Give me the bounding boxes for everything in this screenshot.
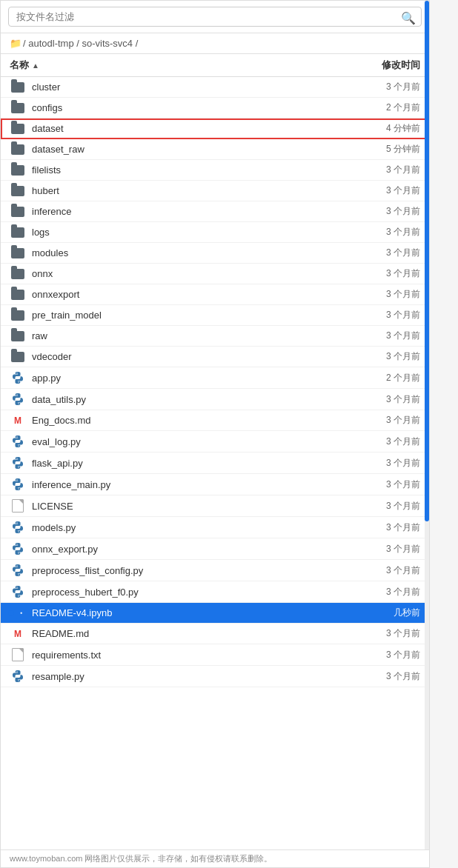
file-time: 3 个月前 [346,670,420,683]
file-type-icon [10,124,26,134]
file-type-icon: M [10,415,26,426]
file-type-icon: M [10,629,26,639]
list-item[interactable]: onnx 3 个月前 [1,264,429,284]
file-panel: 🔍 📁 / autodl-tmp / so-vits-svc4 / 名称 ▲ 修… [0,0,430,868]
file-name: models.py [32,522,346,533]
file-type-icon [10,165,26,176]
list-item[interactable]: logs 3 个月前 [1,222,429,243]
file-name: flask_api.py [32,458,346,469]
file-time: 3 个月前 [346,627,420,640]
list-item[interactable]: inference 3 个月前 [1,201,429,222]
search-bar: 🔍 [1,1,429,33]
list-item[interactable]: modules 3 个月前 [1,243,429,264]
file-name: README.md [32,628,346,639]
list-item[interactable]: requirements.txt 3 个月前 [1,644,429,666]
file-name: onnx_export.py [32,544,346,555]
status-text: www.toymoban.com 网络图片仅供展示，非存储，如有侵权请联系删除。 [10,854,272,863]
file-type-icon [10,521,26,534]
file-name: dataset [32,123,346,134]
time-label: 修改时间 [382,59,420,70]
file-name: filelists [32,164,346,176]
list-item[interactable]: M README.md 3 个月前 [1,624,429,644]
list-item[interactable]: filelists 3 个月前 [1,160,429,181]
breadcrumb: 📁 / autodl-tmp / so-vits-svc4 / [1,33,429,54]
list-item[interactable]: models.py 3 个月前 [1,517,429,538]
file-name: cluster [32,81,346,93]
list-item[interactable]: onnx_export.py 3 个月前 [1,538,429,560]
file-time: 3 个月前 [346,309,420,321]
file-type-icon [10,331,26,341]
file-name: resample.py [32,671,346,682]
file-name: hubert [32,185,346,196]
file-name: inference_main.py [32,479,346,490]
file-type-icon [10,648,26,661]
file-type-icon [10,371,26,384]
list-item[interactable]: resample.py 3 个月前 [1,666,429,687]
scrollbar-thumb[interactable] [425,1,429,521]
file-time: 2 个月前 [346,372,420,384]
list-item[interactable]: M Eng_docs.md 3 个月前 [1,410,429,431]
file-type-icon [10,269,26,279]
file-type-icon [10,456,26,470]
name-label: 名称 [10,59,29,72]
list-item[interactable]: app.py 2 个月前 [1,367,429,389]
list-item[interactable]: ▪ README-v4.ipynb 几秒前 [1,603,429,624]
list-item[interactable]: configs 2 个月前 [1,98,429,118]
file-name: modules [32,247,346,258]
table-header: 名称 ▲ 修改时间 [1,54,429,77]
list-item[interactable]: onnxexport 3 个月前 [1,284,429,305]
list-item[interactable]: dataset_raw 5 分钟前 [1,139,429,160]
file-time: 3 个月前 [346,288,420,301]
file-type-icon [10,290,26,300]
file-time: 3 个月前 [346,226,420,238]
file-name: configs [32,102,346,113]
file-time: 3 个月前 [346,564,420,577]
list-item[interactable]: LICENSE 3 个月前 [1,495,429,517]
file-type-icon [10,564,26,577]
file-name: pre_train_model [32,310,346,321]
status-bar: www.toymoban.com 网络图片仅供展示，非存储，如有侵权请联系删除。 [1,849,429,867]
list-item[interactable]: vdecoder 3 个月前 [1,347,429,367]
list-item[interactable]: raw 3 个月前 [1,326,429,347]
file-type-icon [10,499,26,513]
file-time: 3 个月前 [346,393,420,406]
list-item[interactable]: data_utils.py 3 个月前 [1,389,429,410]
file-time: 3 个月前 [346,414,420,427]
file-name: data_utils.py [32,394,346,405]
file-time: 3 个月前 [346,184,420,197]
file-list: cluster 3 个月前 configs 2 个月前 dataset 4 分钟… [1,77,429,862]
file-name: README-v4.ipynb [32,607,346,618]
search-icon[interactable]: 🔍 [401,11,416,25]
file-time: 4 分钟前 [346,122,420,135]
file-time: 3 个月前 [346,205,420,218]
file-time: 3 个月前 [346,81,420,93]
file-type-icon [10,207,26,217]
file-time: 3 个月前 [346,164,420,176]
time-column-header[interactable]: 修改时间 [346,59,420,72]
name-column-header[interactable]: 名称 ▲ [10,59,346,72]
file-time: 3 个月前 [346,435,420,448]
file-name: logs [32,227,346,238]
list-item[interactable]: inference_main.py 3 个月前 [1,474,429,495]
file-name: preprocess_flist_config.py [32,565,346,576]
file-name: LICENSE [32,501,346,512]
list-item[interactable]: cluster 3 个月前 [1,77,429,98]
list-item[interactable]: flask_api.py 3 个月前 [1,453,429,474]
file-time: 5 分钟前 [346,143,420,156]
list-item[interactable]: eval_log.py 3 个月前 [1,431,429,453]
search-input[interactable] [8,7,422,27]
file-type-icon [10,542,26,555]
folder-icon: 📁 [10,38,21,49]
list-item[interactable]: hubert 3 个月前 [1,181,429,201]
file-type-icon [10,248,26,258]
file-type-icon [10,103,26,113]
list-item[interactable]: preprocess_hubert_f0.py 3 个月前 [1,581,429,603]
list-item[interactable]: preprocess_flist_config.py 3 个月前 [1,560,429,581]
list-item[interactable]: pre_train_model 3 个月前 [1,305,429,326]
file-type-icon [10,435,26,448]
file-time: 3 个月前 [346,330,420,342]
file-name: Eng_docs.md [32,415,346,426]
file-time: 3 个月前 [346,521,420,534]
list-item[interactable]: dataset 4 分钟前 [1,118,429,139]
scrollbar-track [425,1,429,867]
